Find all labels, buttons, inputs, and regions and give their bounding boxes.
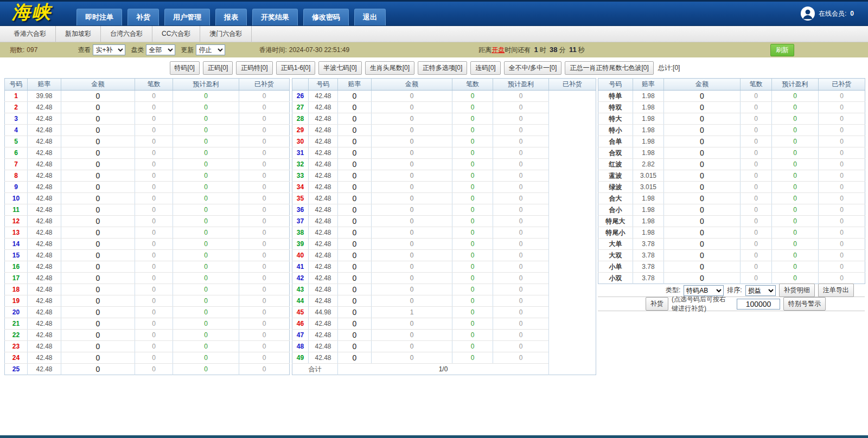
ball-number[interactable]: 49 [292,352,309,364]
bet-type-label[interactable]: 合单 [598,136,633,147]
restock-button[interactable]: 补货 [646,297,668,311]
ball-number[interactable]: 24 [5,352,28,364]
ball-number[interactable]: 31 [292,147,309,159]
ball-number[interactable]: 46 [292,318,309,330]
ball-number[interactable]: 36 [292,204,309,216]
ball-number[interactable]: 35 [292,193,309,204]
filter-button-2[interactable]: 正码特[0] [236,61,272,75]
bet-type-label[interactable]: 蓝波 [598,170,633,182]
ball-number[interactable]: 22 [5,330,28,341]
ball-number[interactable]: 2 [5,102,28,113]
nav-live-orders[interactable]: 即时注单 [76,9,122,25]
bet-type-label[interactable]: 大单 [598,239,633,250]
filter-button-9[interactable]: 正总一肖正特尾数七色波[0] [565,61,653,75]
bet-type-label[interactable]: 红波 [598,159,633,170]
filter-button-3[interactable]: 正码1-6[0] [276,61,316,75]
nav-restock[interactable]: 补货 [127,9,159,25]
ball-number[interactable]: 40 [292,250,309,261]
ball-number[interactable]: 23 [5,341,28,352]
tab-cc[interactable]: CC六合彩 [152,26,200,42]
nav-draw-results[interactable]: 开奖结果 [252,9,298,25]
ball-number[interactable]: 9 [5,182,28,193]
ball-number[interactable]: 29 [292,125,309,136]
ball-number[interactable]: 3 [5,113,28,125]
ball-number[interactable]: 4 [5,125,28,136]
tab-hongkong[interactable]: 香港六合彩 [4,26,56,42]
ball-number[interactable]: 47 [292,330,309,341]
board-select[interactable]: 全部 [146,44,175,55]
ball-number[interactable]: 12 [5,216,28,227]
ball-number[interactable]: 21 [5,318,28,330]
bet-type-label[interactable]: 合大 [598,193,633,204]
restock-detail-button[interactable]: 补货明细 [779,284,815,297]
ball-number[interactable]: 1 [5,91,28,102]
filter-button-8[interactable]: 全不中/多中一[0] [504,61,562,75]
view-select[interactable]: 实+补 [93,44,125,55]
ball-number[interactable]: 13 [5,227,28,239]
nav-reports[interactable]: 报表 [215,9,247,25]
ball-number[interactable]: 41 [292,261,309,273]
ball-number[interactable]: 27 [292,102,309,113]
bet-type-label[interactable]: 合小 [598,204,633,216]
filter-button-6[interactable]: 正特多选项[0] [418,61,467,75]
ball-number[interactable]: 26 [292,91,309,102]
bet-type-label[interactable]: 合双 [598,147,633,159]
ball-number[interactable]: 7 [5,159,28,170]
bet-type-label[interactable]: 特小 [598,125,633,136]
ball-number[interactable]: 44 [292,295,309,307]
bet-type-label[interactable]: 特单 [598,91,633,102]
bet-type-label[interactable]: 绿波 [598,182,633,193]
sort-select[interactable]: 损益 [745,285,776,296]
ball-number[interactable]: 6 [5,147,28,159]
filter-button-4[interactable]: 半波七码[0] [318,61,361,75]
filter-button-7[interactable]: 连码[0] [470,61,500,75]
ball-number[interactable]: 30 [292,136,309,147]
bet-type-label[interactable]: 特尾小 [598,227,633,239]
update-select[interactable]: 停止 [196,44,225,55]
open-link[interactable]: 开盘 [492,46,505,54]
ball-number[interactable]: 32 [292,159,309,170]
restock-amount-input[interactable] [737,299,780,310]
ball-number[interactable]: 28 [292,113,309,125]
ball-number[interactable]: 38 [292,227,309,239]
ball-number[interactable]: 16 [5,261,28,273]
ball-number[interactable]: 43 [292,284,309,295]
bet-type-label[interactable]: 特尾大 [598,216,633,227]
filter-button-0[interactable]: 特码[0] [170,61,200,75]
ball-number[interactable]: 14 [5,239,28,250]
tab-macau[interactable]: 澳门六合彩 [200,26,252,42]
ball-number[interactable]: 5 [5,136,28,147]
bet-type-label[interactable]: 特双 [598,102,633,113]
nav-user-management[interactable]: 用户管理 [164,9,210,25]
ball-number[interactable]: 20 [5,307,28,318]
tab-singapore[interactable]: 新加坡彩 [56,26,101,42]
tab-taiwan[interactable]: 台湾六合彩 [101,26,152,42]
ball-number[interactable]: 34 [292,182,309,193]
ball-number[interactable]: 45 [292,307,309,318]
ball-number[interactable]: 17 [5,273,28,284]
ball-number[interactable]: 19 [5,295,28,307]
bet-type-label[interactable]: 特大 [598,113,633,125]
ball-number[interactable]: 11 [5,204,28,216]
ball-number[interactable]: 39 [292,239,309,250]
ball-number[interactable]: 18 [5,284,28,295]
ball-number[interactable]: 8 [5,170,28,182]
refresh-button[interactable]: 刷新 [770,44,794,56]
bet-type-label[interactable]: 大双 [598,250,633,261]
ball-number[interactable]: 25 [5,364,28,375]
order-export-button[interactable]: 注单导出 [818,284,854,297]
ball-number[interactable]: 15 [5,250,28,261]
nav-change-password[interactable]: 修改密码 [303,9,349,25]
ball-number[interactable]: 37 [292,216,309,227]
type-select[interactable]: 特码AB [684,285,724,296]
filter-button-1[interactable]: 正码[0] [203,61,233,75]
filter-button-5[interactable]: 生肖头尾数[0] [365,61,414,75]
ball-number[interactable]: 33 [292,170,309,182]
bet-type-label[interactable]: 小双 [598,273,633,284]
nav-logout[interactable]: 退出 [354,9,386,25]
ball-number[interactable]: 48 [292,341,309,352]
ball-number[interactable]: 42 [292,273,309,284]
bet-type-label[interactable]: 小单 [598,261,633,273]
ball-number[interactable]: 10 [5,193,28,204]
special-number-alert-button[interactable]: 特别号警示 [783,297,826,311]
